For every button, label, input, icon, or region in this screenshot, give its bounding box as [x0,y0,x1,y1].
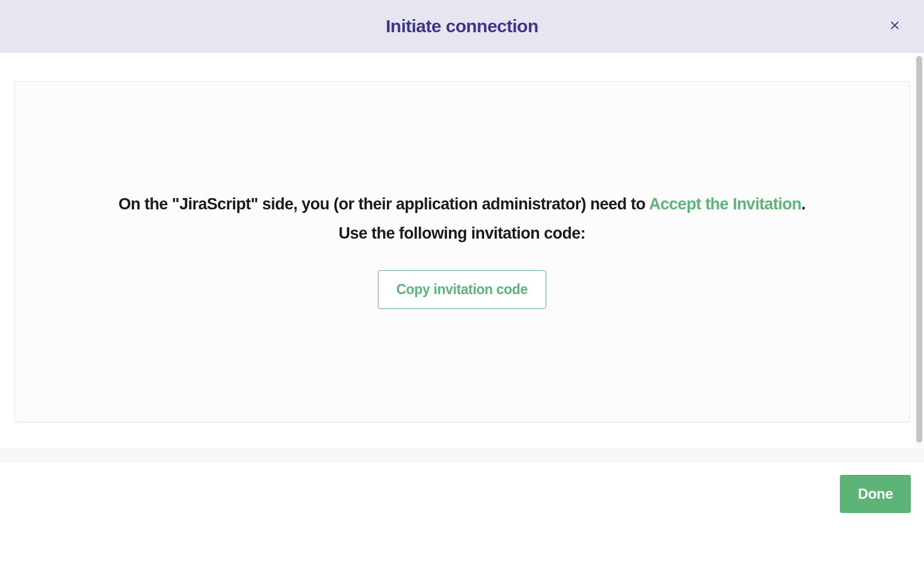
use-code-text: Use the following invitation code: [338,224,586,243]
divider-strip [0,449,924,462]
instruction-text: On the "JiraScript" side, you (or their … [119,194,806,215]
instruction-card: On the "JiraScript" side, you (or their … [14,81,910,422]
copy-invitation-code-button[interactable]: Copy invitation code [378,270,546,309]
dialog-footer: Done [0,462,924,587]
done-button[interactable]: Done [840,475,911,513]
close-icon [888,18,901,33]
instruction-prefix: On the "JiraScript" side, you (or their … [119,195,649,213]
scrollbar-track [914,52,924,449]
close-button[interactable] [883,14,906,38]
accept-invitation-link[interactable]: Accept the Invitation [649,195,801,213]
scrollbar-thumb[interactable] [916,56,922,443]
dialog-title: Initiate connection [386,16,538,36]
dialog-header: Initiate connection [0,0,924,52]
instruction-suffix: . [801,195,805,213]
dialog-content: On the "JiraScript" side, you (or their … [0,52,924,449]
